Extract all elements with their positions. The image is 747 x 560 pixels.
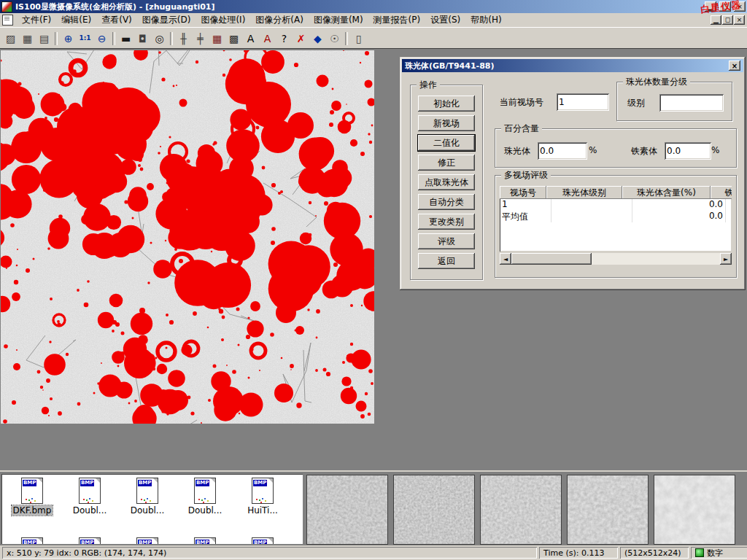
marker-icon[interactable]: ◆ xyxy=(309,31,326,47)
menu-item-6[interactable]: 图像测量(M) xyxy=(309,12,368,28)
op-button-8[interactable]: 返回 xyxy=(418,253,475,269)
fields-table-title: 多视场评级 xyxy=(501,170,551,180)
menu-item-1[interactable]: 编辑(E) xyxy=(56,12,96,28)
ruler-icon[interactable]: ▯ xyxy=(350,31,367,47)
file-name[interactable]: Doubl... xyxy=(129,505,166,516)
sample-thumbnail[interactable] xyxy=(393,475,475,545)
op-button-0[interactable]: 初始化 xyxy=(418,96,475,112)
table-row[interactable]: 平均值0.0 xyxy=(500,211,732,222)
current-field-input[interactable] xyxy=(557,93,609,111)
close-button[interactable]: × xyxy=(734,1,746,12)
file-item-partial[interactable]: BMP xyxy=(177,537,233,544)
caliper-vertical-icon[interactable]: ╫ xyxy=(175,31,192,47)
scroll-thumb[interactable] xyxy=(511,253,592,265)
save-icon[interactable]: ▦ xyxy=(19,31,36,47)
bmp-badge: BMP xyxy=(138,480,152,486)
grid-dark-icon[interactable]: ▩ xyxy=(225,31,242,47)
op-button-2[interactable]: 二值化 xyxy=(418,135,475,151)
page-fold xyxy=(96,478,100,483)
file-name[interactable]: Doubl... xyxy=(71,505,109,516)
scroll-track[interactable] xyxy=(511,253,720,265)
op-button-3[interactable]: 修正 xyxy=(418,155,475,171)
op-button-1[interactable]: 新视场 xyxy=(418,115,475,131)
table-cell xyxy=(551,199,632,211)
target-icon[interactable]: ◎ xyxy=(151,31,168,47)
ferrite-unit: % xyxy=(711,145,719,155)
caliper-horizontal-icon[interactable]: ╪ xyxy=(192,31,209,47)
zoom-out-icon[interactable]: ⊖ xyxy=(93,31,110,47)
text-label-icon[interactable]: A xyxy=(242,31,259,47)
file-item-partial[interactable]: BMP xyxy=(4,537,60,544)
mdi-restore-button[interactable]: ◻ xyxy=(722,15,733,25)
scroll-left-button[interactable]: ◄ xyxy=(500,253,511,265)
sample-thumbnail[interactable] xyxy=(306,475,388,545)
op-button-4[interactable]: 点取珠光体 xyxy=(418,174,475,190)
op-button-7[interactable]: 评级 xyxy=(418,233,475,249)
file-item[interactable]: BMPHuiTi... xyxy=(235,478,290,516)
menu-item-9[interactable]: 帮助(H) xyxy=(465,12,506,28)
bmp-badge: BMP xyxy=(196,480,209,486)
file-item-partial[interactable]: BMP xyxy=(120,537,175,544)
metallograph-image[interactable] xyxy=(1,50,374,424)
dialog-title-bar[interactable]: 珠光体(GB/T9441-88) × xyxy=(402,59,743,72)
delete-measure-icon[interactable]: ✗ xyxy=(293,31,309,47)
child-window-icon[interactable] xyxy=(2,15,13,26)
dialog-close-button[interactable]: × xyxy=(729,61,740,71)
file-name[interactable]: DKF.bmp xyxy=(12,505,53,516)
menu-items: 文件(F)编辑(E)查看(V)图像显示(D)图像处理(I)图像分析(A)图像测量… xyxy=(17,12,507,28)
ferrite-percent-input[interactable] xyxy=(665,142,711,160)
print-icon[interactable]: ▤ xyxy=(36,31,53,47)
bmp-file-icon: BMP xyxy=(252,478,274,504)
help-icon[interactable]: ? xyxy=(276,31,293,47)
file-name[interactable]: Doubl... xyxy=(187,505,224,516)
file-list: BMPDKF.bmpBMPDoubl...BMPDoubl...BMPDoubl… xyxy=(1,474,303,544)
bmp-badge: BMP xyxy=(196,540,209,544)
sample-thumbnail[interactable] xyxy=(480,475,562,545)
fields-table: 视场号珠光体级别珠光体含量(%)铁素体含量(%) 10.0平均值0.0 xyxy=(500,186,732,252)
table-cell: 1 xyxy=(500,199,551,211)
actual-size-icon[interactable]: 1:1 xyxy=(77,31,93,47)
scroll-right-button[interactable]: ► xyxy=(720,253,732,265)
video-capture-icon[interactable]: ▬ xyxy=(117,31,134,47)
file-item-partial[interactable]: BMP xyxy=(62,537,117,544)
menu-item-4[interactable]: 图像处理(I) xyxy=(196,12,250,28)
file-item[interactable]: BMPDKF.bmp xyxy=(4,478,60,516)
file-item[interactable]: BMPDoubl... xyxy=(62,478,117,516)
table-cell: 0.0 xyxy=(632,199,726,211)
doodle xyxy=(198,499,200,500)
menu-item-3[interactable]: 图像显示(D) xyxy=(137,12,196,28)
pearlite-percent-input[interactable] xyxy=(538,142,587,160)
text-annotate-icon[interactable]: A xyxy=(259,31,276,47)
table-cell xyxy=(726,199,732,211)
file-item[interactable]: BMPDoubl... xyxy=(120,478,175,516)
table-column-0: 视场号 xyxy=(500,186,546,199)
file-name[interactable]: HuiTi... xyxy=(246,505,279,516)
op-button-6[interactable]: 更改类别 xyxy=(418,214,475,230)
zoom-in-icon[interactable]: ⊕ xyxy=(60,31,77,47)
sample-thumbnail[interactable] xyxy=(567,475,649,545)
percent-group: 百分含量 珠光体 % 铁素体 % xyxy=(495,128,737,168)
sample-thumbnail[interactable] xyxy=(654,475,735,545)
preview-icon[interactable]: ☉ xyxy=(326,31,343,47)
page-fold xyxy=(211,538,215,542)
menu-item-7[interactable]: 测量报告(P) xyxy=(368,12,426,28)
camera-icon[interactable]: ◘ xyxy=(134,31,151,47)
open-icon[interactable]: ▨ xyxy=(2,31,19,47)
mode-status: 数字 xyxy=(691,547,747,559)
file-item-partial[interactable]: BMP xyxy=(235,537,290,544)
menu-item-0[interactable]: 文件(F) xyxy=(17,12,56,28)
bmp-file-icon: BMP xyxy=(21,478,43,504)
menu-item-8[interactable]: 设置(S) xyxy=(425,12,465,28)
menu-item-5[interactable]: 图像分析(A) xyxy=(250,12,309,28)
level-input[interactable] xyxy=(659,94,724,112)
maximize-button[interactable]: ◻ xyxy=(719,1,731,12)
mdi-close-button[interactable]: × xyxy=(734,15,745,25)
dialog-body: 操作 初始化新视场二值化修正点取珠光体自动分类更改类别评级返回 当前视场号 珠光… xyxy=(402,72,743,284)
menu-item-2[interactable]: 查看(V) xyxy=(96,12,137,28)
mdi-minimize-button[interactable]: ▁ xyxy=(711,15,721,25)
table-row[interactable]: 10.0 xyxy=(500,199,732,211)
minimize-button[interactable]: ▁ xyxy=(705,1,716,12)
file-item[interactable]: BMPDoubl... xyxy=(177,478,233,516)
op-button-5[interactable]: 自动分类 xyxy=(418,194,475,210)
measure-grid-icon[interactable]: ▦ xyxy=(209,31,225,47)
